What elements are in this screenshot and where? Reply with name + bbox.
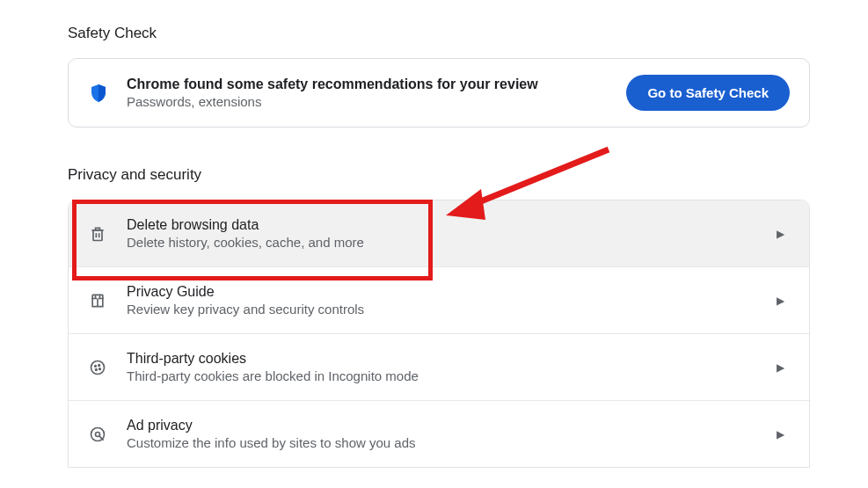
svg-point-4 xyxy=(99,368,101,369)
delete-browsing-data-item[interactable]: Delete browsing data Delete history, coo… xyxy=(69,200,809,267)
item-title: Privacy Guide xyxy=(127,284,364,300)
cookie-icon xyxy=(88,358,107,377)
privacy-list: Delete browsing data Delete history, coo… xyxy=(68,200,810,468)
svg-point-2 xyxy=(98,364,100,366)
item-title: Ad privacy xyxy=(127,418,416,433)
chevron-right-icon: ▶ xyxy=(777,295,784,307)
svg-point-0 xyxy=(91,361,105,374)
safety-check-section-title: Safety Check xyxy=(68,25,810,42)
go-to-safety-check-button[interactable]: Go to Safety Check xyxy=(626,75,790,111)
ad-privacy-item[interactable]: Ad privacy Customize the info used by si… xyxy=(69,401,809,467)
guide-icon xyxy=(88,291,107,310)
third-party-cookies-item[interactable]: Third-party cookies Third-party cookies … xyxy=(69,334,809,401)
item-subtitle: Third-party cookies are blocked in Incog… xyxy=(127,368,419,383)
chevron-right-icon: ▶ xyxy=(777,361,784,374)
item-subtitle: Customize the info used by sites to show… xyxy=(127,435,416,450)
trash-icon xyxy=(88,224,107,244)
chevron-right-icon: ▶ xyxy=(777,428,784,441)
item-subtitle: Review key privacy and security controls xyxy=(127,302,364,317)
ad-privacy-icon xyxy=(88,425,107,444)
item-title: Third-party cookies xyxy=(127,351,419,367)
svg-point-3 xyxy=(96,368,98,370)
safety-title: Chrome found some safety recommendations… xyxy=(127,76,538,92)
shield-icon xyxy=(88,83,109,104)
chevron-right-icon: ▶ xyxy=(777,228,784,240)
privacy-section-title: Privacy and security xyxy=(68,166,810,184)
privacy-guide-item[interactable]: Privacy Guide Review key privacy and sec… xyxy=(69,267,809,334)
svg-point-1 xyxy=(95,365,97,367)
safety-check-card: Chrome found some safety recommendations… xyxy=(68,58,810,127)
safety-subtitle: Passwords, extensions xyxy=(127,94,538,109)
item-title: Delete browsing data xyxy=(127,217,364,233)
item-subtitle: Delete history, cookies, cache, and more xyxy=(127,235,364,250)
